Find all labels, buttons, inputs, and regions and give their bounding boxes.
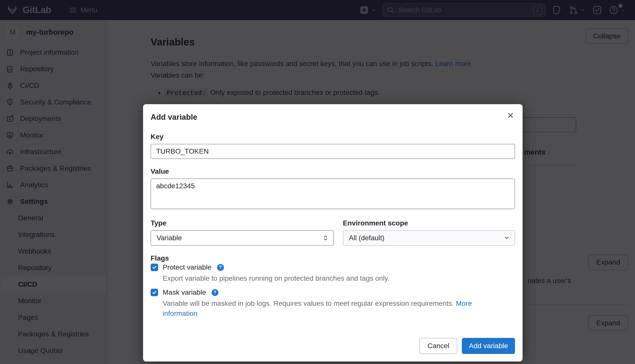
key-input[interactable] [151,144,515,159]
checkmark-icon [152,290,157,295]
type-label: Type [151,219,334,227]
modal-footer: Cancel Add variable [419,338,515,354]
modal-title: Add variable [151,113,515,122]
type-select-value: Variable [157,234,182,242]
chevron-down-icon [503,235,510,241]
cancel-button[interactable]: Cancel [419,338,457,354]
type-select[interactable]: Variable [151,230,334,246]
close-icon[interactable]: ✕ [504,109,517,122]
environment-scope-select[interactable]: All (default) [343,230,515,246]
environment-scope-label: Environment scope [343,219,515,227]
protect-variable-row: Protect variable ? [151,263,515,271]
key-label: Key [151,133,515,141]
mask-variable-label: Mask variable [163,288,206,296]
protect-variable-checkbox[interactable] [151,264,158,271]
help-question-icon[interactable]: ? [217,264,224,271]
add-variable-modal: Add variable ✕ Key Value abcde12345 Type… [143,104,523,361]
protect-variable-help: Export variable to pipelines running on … [163,273,496,283]
help-question-icon[interactable]: ? [212,289,218,296]
flags-label: Flags [151,254,515,262]
protect-variable-label: Protect variable [163,263,212,271]
value-label: Value [151,167,515,175]
mask-variable-row: Mask variable ? [151,288,515,296]
environment-scope-field: Environment scope All (default) [343,219,515,246]
mask-variable-checkbox[interactable] [151,289,158,296]
double-caret-icon [322,235,329,241]
checkmark-icon [152,265,157,270]
environment-scope-value: All (default) [349,234,385,242]
value-textarea[interactable]: abcde12345 [151,178,515,209]
type-field: Type Variable [151,219,334,246]
mask-variable-help: Variable will be masked in job logs. Req… [163,298,496,319]
add-variable-button[interactable]: Add variable [462,338,515,354]
